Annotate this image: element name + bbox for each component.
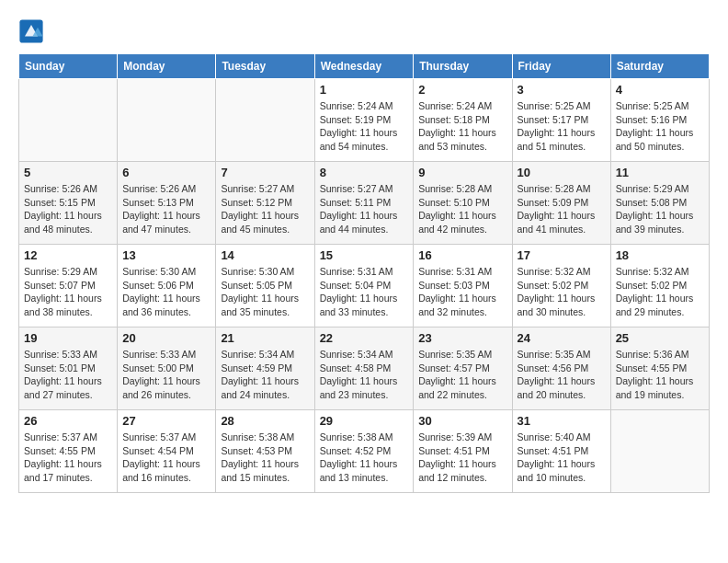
day-info: Sunrise: 5:40 AMSunset: 4:51 PMDaylight:… (518, 431, 606, 485)
calendar-cell: 25Sunrise: 5:36 AMSunset: 4:55 PMDayligh… (610, 327, 709, 410)
calendar-cell: 17Sunrise: 5:32 AMSunset: 5:02 PMDayligh… (512, 245, 610, 327)
day-info: Sunrise: 5:38 AMSunset: 4:52 PMDaylight:… (320, 431, 409, 485)
calendar-cell: 12Sunrise: 5:29 AMSunset: 5:07 PMDayligh… (19, 245, 118, 327)
day-number: 3 (518, 83, 606, 97)
day-number: 16 (418, 248, 506, 262)
day-number: 25 (616, 331, 704, 345)
day-info: Sunrise: 5:38 AMSunset: 4:53 PMDaylight:… (221, 431, 309, 485)
day-number: 12 (24, 248, 112, 262)
day-info: Sunrise: 5:36 AMSunset: 4:55 PMDaylight:… (616, 348, 704, 402)
day-info: Sunrise: 5:35 AMSunset: 4:56 PMDaylight:… (518, 348, 606, 402)
calendar-cell: 29Sunrise: 5:38 AMSunset: 4:52 PMDayligh… (314, 410, 414, 493)
day-number: 13 (122, 248, 210, 262)
calendar-cell: 8Sunrise: 5:27 AMSunset: 5:11 PMDaylight… (314, 162, 414, 245)
day-info: Sunrise: 5:24 AMSunset: 5:19 PMDaylight:… (320, 99, 409, 154)
week-row-3: 12Sunrise: 5:29 AMSunset: 5:07 PMDayligh… (19, 245, 710, 327)
calendar-cell: 26Sunrise: 5:37 AMSunset: 4:55 PMDayligh… (19, 410, 118, 493)
calendar-cell: 21Sunrise: 5:34 AMSunset: 4:59 PMDayligh… (216, 327, 314, 410)
calendar-cell: 22Sunrise: 5:34 AMSunset: 4:58 PMDayligh… (314, 327, 414, 410)
day-number: 17 (518, 248, 606, 262)
day-info: Sunrise: 5:37 AMSunset: 4:55 PMDaylight:… (24, 431, 112, 485)
calendar-cell (19, 79, 118, 162)
calendar-cell: 4Sunrise: 5:25 AMSunset: 5:16 PMDaylight… (610, 79, 709, 162)
page-header (18, 18, 710, 44)
day-number: 31 (518, 414, 606, 428)
calendar-cell: 30Sunrise: 5:39 AMSunset: 4:51 PMDayligh… (414, 410, 512, 493)
day-number: 27 (122, 414, 210, 428)
calendar-cell: 14Sunrise: 5:30 AMSunset: 5:05 PMDayligh… (216, 245, 314, 327)
calendar-cell: 18Sunrise: 5:32 AMSunset: 5:02 PMDayligh… (610, 245, 709, 327)
day-info: Sunrise: 5:34 AMSunset: 4:59 PMDaylight:… (221, 348, 309, 402)
calendar-cell: 23Sunrise: 5:35 AMSunset: 4:57 PMDayligh… (414, 327, 512, 410)
day-info: Sunrise: 5:30 AMSunset: 5:05 PMDaylight:… (221, 265, 309, 319)
calendar-cell: 6Sunrise: 5:26 AMSunset: 5:13 PMDaylight… (118, 162, 216, 245)
weekday-header-friday: Friday (512, 54, 610, 79)
calendar-cell: 10Sunrise: 5:28 AMSunset: 5:09 PMDayligh… (512, 162, 610, 245)
calendar-cell: 27Sunrise: 5:37 AMSunset: 4:54 PMDayligh… (118, 410, 216, 493)
day-number: 26 (24, 414, 112, 428)
day-info: Sunrise: 5:27 AMSunset: 5:12 PMDaylight:… (221, 182, 309, 236)
calendar-cell: 15Sunrise: 5:31 AMSunset: 5:04 PMDayligh… (314, 245, 414, 327)
weekday-header-tuesday: Tuesday (216, 54, 314, 79)
day-number: 28 (221, 414, 309, 428)
logo (18, 18, 46, 44)
calendar-cell: 28Sunrise: 5:38 AMSunset: 4:53 PMDayligh… (216, 410, 314, 493)
weekday-header-monday: Monday (118, 54, 216, 79)
day-number: 14 (221, 248, 309, 262)
day-number: 1 (320, 83, 409, 97)
day-number: 2 (418, 83, 506, 97)
calendar-cell: 24Sunrise: 5:35 AMSunset: 4:56 PMDayligh… (512, 327, 610, 410)
logo-icon (18, 18, 44, 44)
day-number: 9 (418, 166, 506, 179)
calendar-cell: 19Sunrise: 5:33 AMSunset: 5:01 PMDayligh… (19, 327, 118, 410)
calendar-cell (216, 79, 314, 162)
day-number: 21 (221, 331, 309, 345)
day-info: Sunrise: 5:33 AMSunset: 5:00 PMDaylight:… (122, 348, 210, 402)
weekday-header-wednesday: Wednesday (314, 54, 414, 79)
day-info: Sunrise: 5:24 AMSunset: 5:18 PMDaylight:… (418, 99, 506, 154)
calendar-cell: 3Sunrise: 5:25 AMSunset: 5:17 PMDaylight… (512, 79, 610, 162)
day-number: 11 (616, 166, 704, 179)
day-info: Sunrise: 5:35 AMSunset: 4:57 PMDaylight:… (418, 348, 506, 402)
calendar-body: 1Sunrise: 5:24 AMSunset: 5:19 PMDaylight… (19, 79, 710, 493)
calendar-cell: 31Sunrise: 5:40 AMSunset: 4:51 PMDayligh… (512, 410, 610, 493)
day-number: 15 (320, 248, 409, 262)
day-info: Sunrise: 5:31 AMSunset: 5:03 PMDaylight:… (418, 265, 506, 319)
day-info: Sunrise: 5:33 AMSunset: 5:01 PMDaylight:… (24, 348, 112, 402)
day-number: 19 (24, 331, 112, 345)
day-info: Sunrise: 5:29 AMSunset: 5:08 PMDaylight:… (616, 182, 704, 236)
day-info: Sunrise: 5:32 AMSunset: 5:02 PMDaylight:… (616, 265, 704, 319)
day-number: 4 (616, 83, 704, 97)
week-row-4: 19Sunrise: 5:33 AMSunset: 5:01 PMDayligh… (19, 327, 710, 410)
weekday-header-row: SundayMondayTuesdayWednesdayThursdayFrid… (19, 54, 710, 79)
calendar-cell: 2Sunrise: 5:24 AMSunset: 5:18 PMDaylight… (414, 79, 512, 162)
weekday-header-saturday: Saturday (610, 54, 709, 79)
day-info: Sunrise: 5:31 AMSunset: 5:04 PMDaylight:… (320, 265, 409, 319)
week-row-2: 5Sunrise: 5:26 AMSunset: 5:15 PMDaylight… (19, 162, 710, 245)
calendar-cell: 5Sunrise: 5:26 AMSunset: 5:15 PMDaylight… (19, 162, 118, 245)
day-number: 24 (518, 331, 606, 345)
day-number: 6 (122, 166, 210, 179)
calendar: SundayMondayTuesdayWednesdayThursdayFrid… (18, 53, 710, 493)
day-info: Sunrise: 5:37 AMSunset: 4:54 PMDaylight:… (122, 431, 210, 485)
day-number: 29 (320, 414, 409, 428)
day-number: 5 (24, 166, 112, 179)
day-number: 30 (418, 414, 506, 428)
week-row-1: 1Sunrise: 5:24 AMSunset: 5:19 PMDaylight… (19, 79, 710, 162)
day-number: 8 (320, 166, 409, 179)
calendar-cell: 11Sunrise: 5:29 AMSunset: 5:08 PMDayligh… (610, 162, 709, 245)
day-number: 22 (320, 331, 409, 345)
calendar-cell: 13Sunrise: 5:30 AMSunset: 5:06 PMDayligh… (118, 245, 216, 327)
calendar-cell: 7Sunrise: 5:27 AMSunset: 5:12 PMDaylight… (216, 162, 314, 245)
day-info: Sunrise: 5:25 AMSunset: 5:16 PMDaylight:… (616, 99, 704, 154)
day-number: 7 (221, 166, 309, 179)
calendar-cell: 1Sunrise: 5:24 AMSunset: 5:19 PMDaylight… (314, 79, 414, 162)
day-number: 10 (518, 166, 606, 179)
day-number: 18 (616, 248, 704, 262)
calendar-cell: 16Sunrise: 5:31 AMSunset: 5:03 PMDayligh… (414, 245, 512, 327)
day-info: Sunrise: 5:25 AMSunset: 5:17 PMDaylight:… (518, 99, 606, 154)
day-info: Sunrise: 5:28 AMSunset: 5:10 PMDaylight:… (418, 182, 506, 236)
day-info: Sunrise: 5:39 AMSunset: 4:51 PMDaylight:… (418, 431, 506, 485)
weekday-header-sunday: Sunday (19, 54, 118, 79)
weekday-header-thursday: Thursday (414, 54, 512, 79)
